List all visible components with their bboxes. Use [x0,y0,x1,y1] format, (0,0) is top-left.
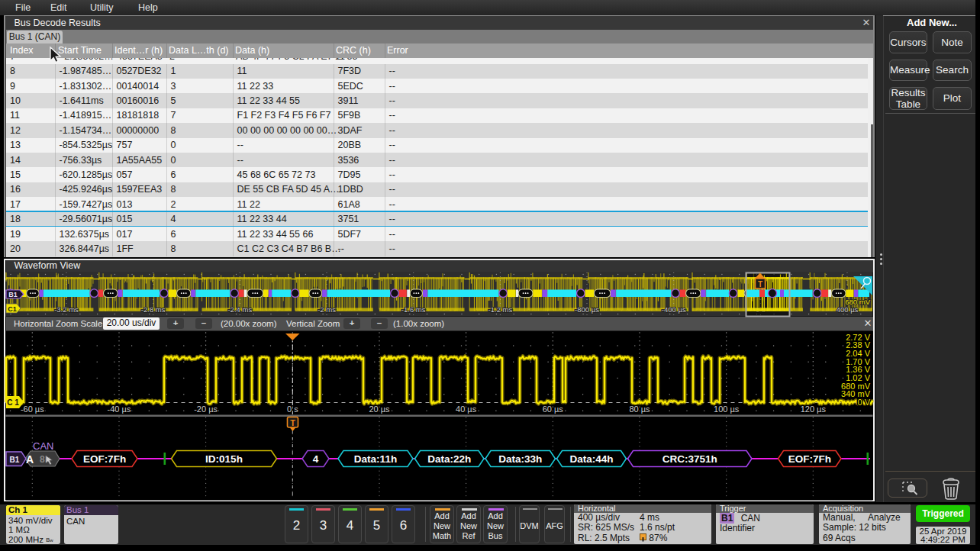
svg-text:20 µs: 20 µs [369,404,390,414]
svg-text:Data:33h: Data:33h [498,453,542,465]
svg-text:A: A [26,453,34,466]
svg-text:400 µs: 400 µs [837,305,859,314]
svg-text:B1: B1 [8,291,18,298]
svg-text:T: T [758,280,762,288]
svg-text:-400 µs: -400 µs [662,305,686,314]
svg-text:60 µs: 60 µs [543,404,564,414]
svg-text:680 mV: 680 mV [845,298,870,306]
svg-text:100 µs: 100 µs [714,404,740,414]
svg-text:0 V: 0 V [857,398,870,407]
svg-text:40 µs: 40 µs [456,404,477,414]
svg-text:-1.6 ms: -1.6 ms [401,305,426,314]
svg-text:-800 µs: -800 µs [575,305,599,314]
svg-text:CRC:3751h: CRC:3751h [662,453,717,465]
svg-text:CAN: CAN [33,440,53,452]
svg-text:B1: B1 [10,456,20,464]
svg-text:-60 µs: -60 µs [21,404,44,414]
svg-text:-20 µs: -20 µs [194,404,218,414]
svg-text:4: 4 [313,453,319,465]
svg-text:EOF:7Fh: EOF:7Fh [788,453,831,465]
svg-text:-40 µs: -40 µs [108,404,131,414]
svg-text:T: T [290,418,295,427]
svg-text:Data:11h: Data:11h [354,453,397,465]
svg-text:120 µs: 120 µs [801,404,827,414]
svg-text:C1: C1 [8,305,17,313]
svg-text:Data:44h: Data:44h [569,453,613,465]
svg-text:0 s: 0 s [287,404,298,414]
svg-text:-3.2 ms: -3.2 ms [54,305,79,314]
svg-text:-1.2 ms: -1.2 ms [488,305,513,314]
svg-text:C 1: C 1 [7,398,19,407]
svg-text:-2.8 ms: -2.8 ms [141,305,166,314]
svg-text:Data:22h: Data:22h [427,453,471,465]
svg-text:80 µs: 80 µs [629,404,650,414]
svg-text:-2.4 ms: -2.4 ms [227,305,252,314]
svg-text:EOF:7Fh: EOF:7Fh [83,453,126,465]
svg-text:-2 ms: -2 ms [318,305,336,314]
svg-text:ID:015h: ID:015h [205,453,243,465]
